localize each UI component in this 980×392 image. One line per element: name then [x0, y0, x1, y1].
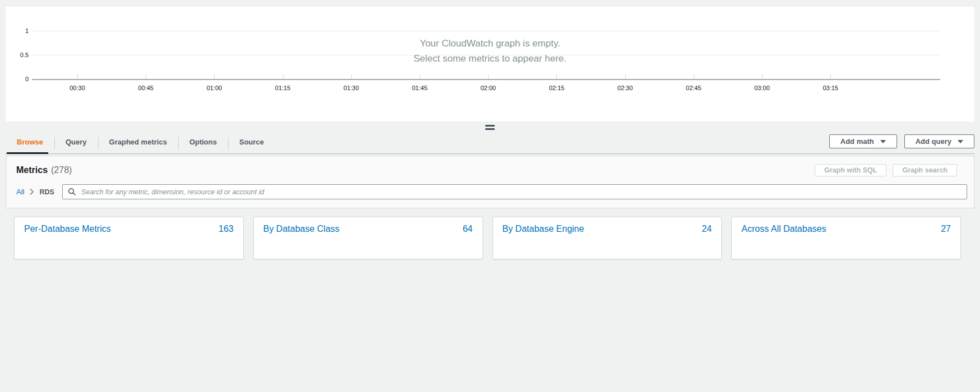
panel-resize-handle[interactable]: [485, 125, 495, 130]
x-axis-label: 02:45: [686, 85, 702, 91]
x-axis-label: 03:15: [823, 85, 838, 91]
x-axis-line: [32, 79, 940, 80]
breadcrumb-current: RDS: [39, 188, 54, 196]
metrics-header-actions: Graph with SQL Graph search: [815, 164, 957, 176]
x-tick-mark: [625, 74, 626, 79]
tab-browse[interactable]: Browse: [6, 132, 54, 153]
graph-search-button[interactable]: Graph search: [893, 164, 957, 176]
x-axis-label: 01:30: [343, 85, 359, 91]
add-math-button[interactable]: Add math: [829, 134, 897, 148]
cloudwatch-graph-panel: 10.5000:3000:4501:0001:1501:3001:4502:00…: [6, 7, 974, 122]
metric-category-cards: Per-Database Metrics163By Database Class…: [14, 217, 961, 259]
card-metric-count: 64: [463, 224, 473, 234]
chevron-down-icon: [880, 140, 886, 143]
x-axis-label: 00:45: [138, 85, 154, 91]
tab-list: BrowseQueryGraphed metricsOptionsSource: [6, 132, 275, 153]
graph-empty-message: Your CloudWatch graph is empty. Select s…: [6, 36, 974, 66]
add-query-button[interactable]: Add query: [904, 134, 974, 148]
metrics-browser-panel: Metrics(278) Graph with SQL Graph search…: [6, 156, 974, 208]
card-title-link[interactable]: Per-Database Metrics: [24, 224, 111, 234]
graph-with-sql-button[interactable]: Graph with SQL: [815, 164, 886, 176]
tab-actions: Add math Add query: [829, 134, 974, 153]
tab-graphed-metrics[interactable]: Graphed metrics: [98, 132, 178, 153]
x-tick-mark: [830, 74, 831, 79]
metric-category-card[interactable]: By Database Class64: [253, 217, 483, 259]
x-axis-label: 01:45: [412, 85, 428, 91]
chevron-down-icon: [958, 140, 963, 143]
metrics-heading: Metrics(278): [16, 165, 72, 175]
breadcrumb-all-link[interactable]: All: [16, 188, 24, 196]
x-tick-mark: [488, 74, 489, 79]
metrics-count: (278): [51, 165, 72, 175]
x-axis-label: 01:00: [207, 85, 222, 91]
x-tick-mark: [762, 74, 763, 79]
card-metric-count: 27: [941, 224, 951, 234]
x-axis-label: 01:15: [275, 85, 291, 91]
graph-empty-line2: Select some metrics to appear here.: [6, 51, 974, 66]
y-axis-label: 0: [6, 76, 29, 82]
x-axis-label: 02:15: [549, 85, 565, 91]
card-title-link[interactable]: By Database Class: [263, 224, 340, 234]
x-tick-mark: [351, 74, 352, 79]
x-axis-label: 00:30: [69, 85, 85, 91]
tabs-row: BrowseQueryGraphed metricsOptionsSource …: [6, 132, 974, 154]
tab-source[interactable]: Source: [228, 132, 275, 153]
tab-options[interactable]: Options: [178, 132, 228, 153]
chevron-right-icon: [29, 188, 34, 195]
x-tick-mark: [420, 74, 420, 79]
metric-category-card[interactable]: Per-Database Metrics163: [14, 217, 244, 259]
x-axis-label: 02:30: [617, 85, 633, 91]
y-axis-label: 1: [6, 27, 29, 34]
search-icon: [68, 188, 76, 196]
y-gridline: [32, 31, 940, 31]
tab-query[interactable]: Query: [54, 132, 98, 153]
x-axis-label: 03:00: [754, 85, 770, 91]
add-math-label: Add math: [840, 137, 874, 146]
card-metric-count: 163: [219, 224, 234, 234]
metrics-panel-header: Metrics(278) Graph with SQL Graph search: [6, 156, 974, 182]
x-tick-mark: [146, 74, 146, 79]
metric-category-card[interactable]: By Database Engine24: [493, 217, 722, 259]
x-tick-mark: [214, 74, 215, 79]
resize-handle-bar: [485, 125, 495, 127]
resize-handle-bar: [485, 128, 495, 130]
card-title-link[interactable]: By Database Engine: [503, 224, 584, 234]
breadcrumb: All RDS: [16, 188, 54, 196]
card-title-link[interactable]: Across All Databases: [741, 224, 826, 234]
graph-empty-line1: Your CloudWatch graph is empty.: [6, 36, 974, 51]
metric-search-input[interactable]: [62, 184, 967, 199]
x-tick-mark: [694, 74, 694, 79]
page-title: Metrics: [16, 165, 48, 175]
metric-category-card[interactable]: Across All Databases27: [731, 217, 961, 259]
card-metric-count: 24: [702, 224, 712, 234]
x-tick-mark: [283, 74, 284, 79]
metrics-search-row: All RDS: [6, 182, 974, 208]
x-tick-mark: [77, 74, 78, 79]
x-tick-mark: [556, 74, 557, 79]
search-box: [62, 184, 967, 199]
add-query-label: Add query: [916, 137, 951, 146]
x-axis-label: 02:00: [480, 85, 496, 91]
